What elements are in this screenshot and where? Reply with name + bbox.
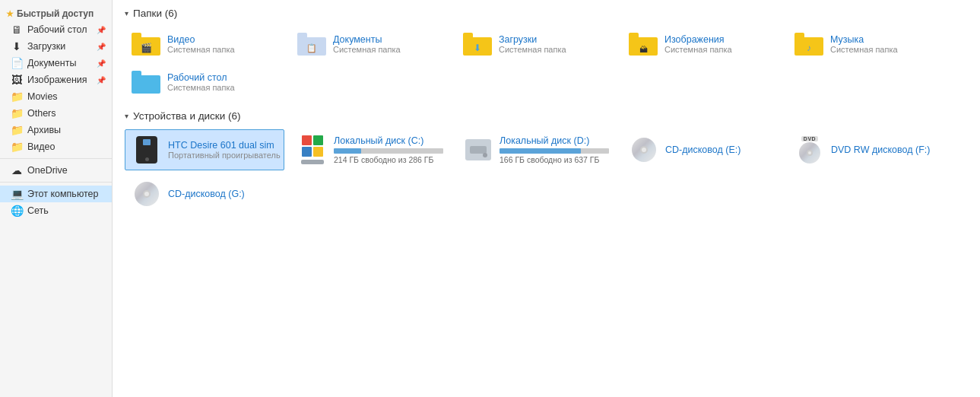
sidebar-item-label: Видео (27, 141, 56, 152)
cd-icon (132, 179, 162, 209)
pin-icon: 📌 (97, 76, 106, 84)
devices-section-header: ▾ Устройства и диски (6) (125, 110, 968, 122)
sidebar-item-movies[interactable]: 📁 Movies (0, 88, 112, 105)
chevron-down-icon[interactable]: ▾ (125, 9, 128, 17)
disk-info-D: Локальный диск (D:) 166 ГБ свободно из 6… (500, 135, 609, 164)
folder-subtitle: Системная папка (333, 45, 401, 54)
sidebar-item-desktop[interactable]: 🖥 Рабочий стол 📌 (0, 21, 112, 38)
cd-inner (143, 190, 151, 198)
sidebar-item-label: Изображения (27, 75, 87, 85)
folder-subtitle: Системная папка (830, 45, 898, 54)
folder-info-desktop: Рабочий стол Системная папка (167, 72, 235, 92)
device-item-diskE[interactable]: CD-дисковод (E:) (622, 129, 782, 170)
images-icon: 🖼 (11, 74, 23, 86)
cd-inner (640, 146, 648, 154)
documents-icon: 📄 (11, 57, 23, 69)
sidebar-item-label: Сеть (27, 205, 49, 216)
sidebar-item-network[interactable]: 🌐 Сеть (0, 202, 112, 219)
sidebar-item-documents[interactable]: 📄 Документы 📌 (0, 55, 112, 71)
sidebar-divider (0, 182, 112, 183)
sidebar-item-video[interactable]: 📁 Видео (0, 138, 112, 155)
folder-name: Видео (167, 34, 235, 45)
folder-name: Документы (333, 34, 401, 45)
folder-name: Музыка (830, 34, 898, 45)
sidebar-item-others[interactable]: 📁 Others (0, 105, 112, 122)
chevron-down-icon[interactable]: ▾ (125, 112, 128, 120)
folders-grid: 🎬 Видео Системная папка 📋 Документы Сист… (125, 27, 968, 100)
device-name: DVD RW дисковод (F:) (831, 145, 940, 155)
folder-icon-downloads: ⬇ (462, 31, 493, 57)
cd-icon (629, 135, 659, 165)
sidebar-item-label: Загрузки (27, 41, 65, 52)
sidebar: ★ Быстрый доступ 🖥 Рабочий стол 📌 ⬇ Загр… (0, 0, 113, 397)
hdd-icon (463, 135, 493, 165)
disk-name: Локальный диск (C:) (334, 135, 443, 146)
pin-icon: 📌 (97, 59, 106, 68)
device-item-diskG[interactable]: CD-дисковод (G:) (125, 173, 284, 214)
devices-grid: HTC Desire 601 dual sim Портативный прои… (125, 129, 968, 214)
folder-subtitle: Системная папка (664, 45, 732, 54)
folder-item-music[interactable]: ♪ Музыка Системная папка (788, 27, 947, 62)
folder-item-images[interactable]: 🏔 Изображения Системная папка (622, 27, 782, 62)
folder-item-desktop[interactable]: Рабочий стол Системная папка (125, 65, 284, 100)
dvd-icon: DVD (794, 135, 825, 165)
folder-icon-desktop (131, 69, 161, 95)
sidebar-item-onedrive[interactable]: ☁ OneDrive (0, 162, 112, 179)
device-item-diskC[interactable]: Локальный диск (C:) 214 ГБ свободно из 2… (290, 129, 450, 170)
folder-icon: 📁 (11, 124, 23, 136)
phone-icon (132, 135, 162, 165)
device-info-E: CD-дисковод (E:) (665, 145, 775, 155)
folder-icon-images: 🏔 (628, 31, 658, 57)
cd-shape (632, 138, 656, 162)
folder-info-images: Изображения Системная папка (664, 34, 732, 54)
disk-name: Локальный диск (D:) (500, 135, 609, 146)
device-name: HTC Desire 601 dual sim (168, 140, 278, 151)
folder-icon: 📁 (11, 107, 23, 119)
device-item-diskD[interactable]: Локальный диск (D:) 166 ГБ свободно из 6… (456, 129, 616, 170)
folder-name: Загрузки (499, 34, 566, 45)
folder-icon-documents: 📋 (297, 31, 327, 57)
quick-access-label: Быстрый доступ (17, 8, 94, 19)
device-name: CD-дисковод (E:) (665, 145, 775, 155)
device-item-dvdF[interactable]: DVD DVD RW дисковод (F:) (788, 129, 947, 170)
windows-disk-icon (297, 135, 328, 165)
folder-name: Изображения (664, 34, 732, 45)
quick-access-header[interactable]: ★ Быстрый доступ (0, 6, 112, 21)
folder-icon: 📁 (11, 91, 23, 103)
devices-section-title: Устройства и диски (6) (133, 110, 241, 122)
device-name: CD-дисковод (G:) (168, 189, 278, 199)
sidebar-item-label: Others (27, 108, 56, 119)
sidebar-item-archives[interactable]: 📁 Архивы (0, 122, 112, 138)
folder-icon: 📁 (11, 141, 23, 153)
folder-item-documents[interactable]: 📋 Документы Системная папка (290, 27, 450, 62)
thispc-icon: 💻 (11, 188, 23, 200)
onedrive-icon: ☁ (11, 164, 23, 176)
folders-section-title: Папки (6) (133, 8, 177, 19)
disk-free: 166 ГБ свободно из 637 ГБ (500, 155, 609, 164)
sidebar-item-label: Movies (27, 91, 58, 102)
phone-dot (145, 157, 149, 161)
device-item-htc[interactable]: HTC Desire 601 dual sim Портативный прои… (125, 129, 284, 170)
sidebar-item-label: Этот компьютер (27, 189, 98, 199)
folder-icon-music: ♪ (794, 31, 824, 57)
folder-info-downloads: Загрузки Системная папка (499, 34, 566, 54)
dvd-shape: DVD (799, 136, 820, 164)
pin-icon: 📌 (97, 26, 106, 34)
folder-subtitle: Системная папка (167, 45, 235, 54)
sidebar-item-label: Рабочий стол (27, 24, 87, 35)
device-subtitle: Портативный проигрыватель (168, 151, 278, 160)
sidebar-item-label: Документы (27, 58, 76, 68)
disk-bar-fill (500, 148, 581, 154)
star-icon: ★ (6, 9, 14, 19)
folder-subtitle: Системная папка (499, 45, 566, 54)
folder-subtitle: Системная папка (167, 83, 235, 92)
hdd-shape (465, 139, 491, 160)
folder-item-video[interactable]: 🎬 Видео Системная папка (125, 27, 284, 62)
sidebar-item-thispc[interactable]: 💻 Этот компьютер (0, 186, 112, 202)
sidebar-item-downloads[interactable]: ⬇ Загрузки 📌 (0, 38, 112, 55)
windows-logo-icon (302, 135, 323, 157)
folder-item-downloads[interactable]: ⬇ Загрузки Системная папка (456, 27, 616, 62)
folders-section-header: ▾ Папки (6) (125, 8, 968, 19)
sidebar-item-images[interactable]: 🖼 Изображения 📌 (0, 71, 112, 88)
sidebar-item-label: Архивы (27, 125, 61, 135)
